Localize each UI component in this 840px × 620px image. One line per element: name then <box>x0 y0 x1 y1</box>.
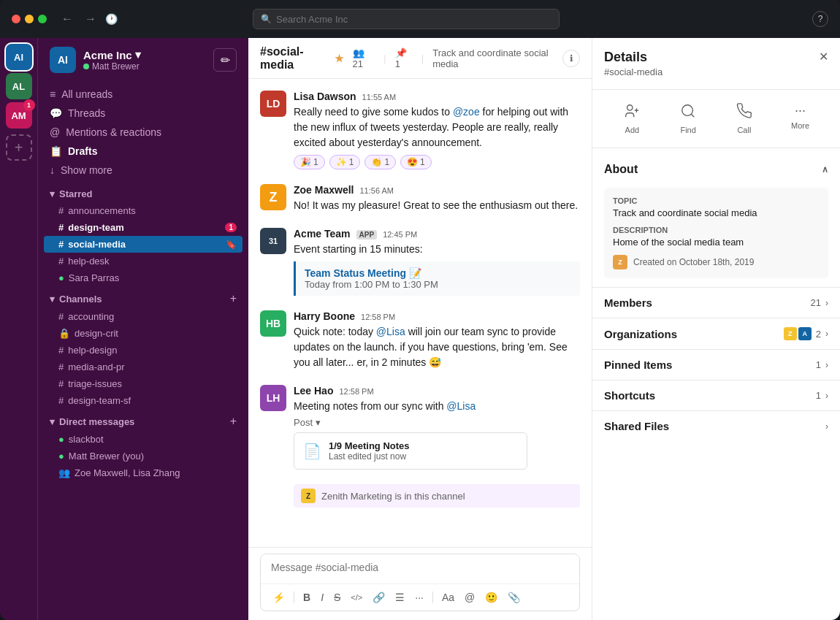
dm-dot-icon: ● <box>58 451 64 462</box>
channel-item-design-team[interactable]: # design-team 1 <box>38 219 248 236</box>
message-body: Zoe Maxwell 11:56 AM No! It was my pleas… <box>294 184 580 213</box>
workspace-user: Matt Brewer <box>83 61 141 72</box>
italic-button[interactable]: I <box>316 589 328 606</box>
channel-item-design-team-sf[interactable]: # design-team-sf <box>38 392 248 409</box>
pinned-items-row[interactable]: Pinned Items 1 › <box>592 349 840 380</box>
channel-item-help-design[interactable]: # help-design <box>38 342 248 359</box>
sidebar-nav-show-more[interactable]: ↓ Show more <box>38 161 248 180</box>
sidebar-nav-threads[interactable]: 💬 Threads <box>38 104 248 123</box>
reaction-item[interactable]: 😍 1 <box>400 155 432 169</box>
about-header[interactable]: About ∧ <box>604 157 828 182</box>
app-badge: APP <box>356 230 378 240</box>
message-author: Acme Team <box>294 228 351 240</box>
message-text: Meeting notes from our sync with @Lisa <box>294 399 580 414</box>
channel-info-button[interactable]: ℹ <box>562 50 580 67</box>
channel-item-triage-issues[interactable]: # triage-issues <box>38 375 248 392</box>
messages-area[interactable]: LD Lisa Dawson 11:55 AM Really need to g… <box>248 79 592 547</box>
lightning-button[interactable]: ⚡ <box>268 589 289 606</box>
close-details-button[interactable]: ✕ <box>819 50 828 64</box>
add-workspace-button[interactable]: + <box>6 134 32 161</box>
list-button[interactable]: ☰ <box>391 589 409 606</box>
message-author: Lee Hao <box>294 385 333 397</box>
reaction-item[interactable]: 👏 1 <box>364 155 396 169</box>
input-toolbar: ⚡ B I S </> 🔗 ☰ ··· Aa @ 🙂 📎 <box>261 583 579 611</box>
strikethrough-button[interactable]: S <box>329 589 345 606</box>
organizations-row[interactable]: Organizations Z A 2 › <box>592 318 840 349</box>
add-channel-button[interactable]: + <box>230 292 237 305</box>
channel-item-sara-parras[interactable]: ● Sara Parras <box>38 269 248 286</box>
star-icon[interactable]: ★ <box>335 53 344 64</box>
workspace-icon-am[interactable]: AM 1 <box>6 102 32 129</box>
sidebar-nav-mentions[interactable]: @ Mentions & reactions <box>38 123 248 142</box>
shared-files-row[interactable]: Shared Files › <box>592 410 840 441</box>
close-traffic-light[interactable] <box>12 15 20 23</box>
message-time: 12:58 PM <box>339 387 373 396</box>
description-value: Home of the social media team <box>613 237 820 248</box>
sidebar-nav-drafts[interactable]: 📋 Drafts <box>38 142 248 161</box>
font-button[interactable]: Aa <box>438 589 459 606</box>
details-find-button[interactable]: Find <box>660 99 717 139</box>
channel-name: media-and-pr <box>68 361 124 372</box>
back-button[interactable]: ← <box>58 11 76 27</box>
bold-button[interactable]: B <box>299 589 315 606</box>
app-window: ← → 🕐 🔍 ? AI AL <box>0 0 840 620</box>
channel-item-social-media[interactable]: # social-media 🔖 <box>44 236 243 253</box>
shortcuts-label: Shortcuts <box>604 389 655 402</box>
details-panel: Details #social-media ✕ Add Find <box>592 38 840 620</box>
reaction-item[interactable]: ✨ 1 <box>329 155 361 169</box>
attachment-button[interactable]: 📎 <box>503 589 524 606</box>
channel-item-design-crit[interactable]: 🔒 design-crit <box>38 325 248 342</box>
starred-section-header[interactable]: ▾ Starred <box>38 183 248 202</box>
search-icon: 🔍 <box>261 14 272 24</box>
help-button[interactable]: ? <box>812 11 828 27</box>
channel-item-media-and-pr[interactable]: # media-and-pr <box>38 359 248 375</box>
pinned-count: 1 <box>816 359 821 370</box>
link-button[interactable]: 🔗 <box>368 589 389 606</box>
search-input[interactable] <box>276 14 551 25</box>
post-card[interactable]: 📄 1/9 Meeting Notes Last edited just now <box>294 432 527 470</box>
workspace-badge: 1 <box>23 99 35 111</box>
search-bar[interactable]: 🔍 <box>253 9 560 29</box>
members-row[interactable]: Members 21 › <box>592 287 840 318</box>
mention-button[interactable]: @ <box>460 589 479 606</box>
add-dm-button[interactable]: + <box>230 415 237 428</box>
message-author: Zoe Maxwell <box>294 184 354 196</box>
details-call-button[interactable]: Call <box>717 99 773 139</box>
channel-name: design-crit <box>75 328 118 339</box>
code-button[interactable]: </> <box>346 590 367 605</box>
emoji-button[interactable]: 🙂 <box>481 589 502 606</box>
message-header: Zoe Maxwell 11:56 AM <box>294 184 580 196</box>
reaction-item[interactable]: 🎉 1 <box>294 155 325 169</box>
shortcuts-row[interactable]: Shortcuts 1 › <box>592 380 840 410</box>
workspace-icon-al[interactable]: AL <box>6 73 32 99</box>
details-add-button[interactable]: Add <box>604 99 660 139</box>
minimize-traffic-light[interactable] <box>25 15 34 23</box>
members-count: 21 <box>811 297 821 308</box>
forward-button[interactable]: → <box>82 11 99 27</box>
history-button[interactable]: 🕐 <box>105 11 118 27</box>
compose-button[interactable]: ✏ <box>213 48 237 72</box>
message-input[interactable] <box>261 554 579 581</box>
message-time: 11:55 AM <box>362 93 396 102</box>
sidebar-nav-all-unreads[interactable]: ≡ All unreads <box>38 85 248 104</box>
dm-item-zoe-lisa[interactable]: 👥 Zoe Maxwell, Lisa Zhang <box>38 464 248 481</box>
details-title: Details <box>604 50 663 65</box>
chat-header: #social-media ★ 👥 21 | 📌 1 | Track and c… <box>248 38 592 79</box>
workspace-name[interactable]: Acme Inc ▾ <box>83 48 141 61</box>
channel-item-accounting[interactable]: # accounting <box>38 308 248 325</box>
more-formatting-button[interactable]: ··· <box>411 589 428 606</box>
channel-item-announcements[interactable]: # announcements <box>38 202 248 219</box>
channels-section-header[interactable]: ▾ Channels + <box>38 286 248 308</box>
dm-item-matt-brewer[interactable]: ● Matt Brewer (you) <box>38 448 248 464</box>
dm-section-header[interactable]: ▾ Direct messages + <box>38 409 248 431</box>
show-more-label: Show more <box>61 164 112 176</box>
dm-item-slackbot[interactable]: ● slackbot <box>38 431 248 448</box>
workspace-icon-ai[interactable]: AI <box>6 44 32 70</box>
created-text: Created on October 18th, 2019 <box>633 257 754 267</box>
topic-field: Topic Track and coordinate social media <box>613 196 820 218</box>
channel-item-help-desk[interactable]: # help-desk <box>38 253 248 269</box>
call-action-label: Call <box>737 126 751 134</box>
details-more-button[interactable]: ··· More <box>772 99 828 139</box>
message-body: Acme Team APP 12:45 PM Event starting in… <box>294 228 580 296</box>
maximize-traffic-light[interactable] <box>38 15 47 23</box>
